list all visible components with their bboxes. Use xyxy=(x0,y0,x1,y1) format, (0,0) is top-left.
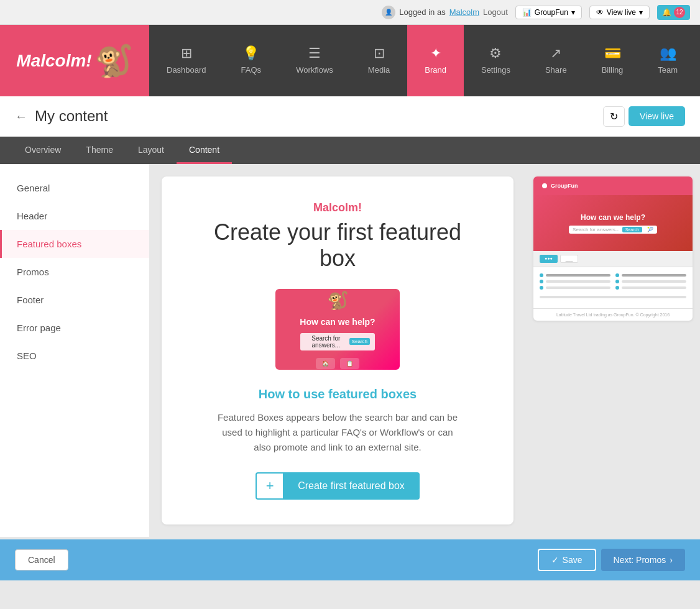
preview-hero-wrap: How can we help? Search for answers... S… xyxy=(533,195,693,251)
nav-item-workflows[interactable]: ☰ Workflows xyxy=(279,25,351,96)
nav-item-dashboard[interactable]: ⊞ Dashboard xyxy=(149,25,224,96)
nav-item-media[interactable]: ⊡ Media xyxy=(351,25,407,96)
preview-footer-text: Latitude Travel Ltd trading as GroupFun.… xyxy=(556,313,670,317)
right-panel: GroupFun How can we help? Search for ans… xyxy=(526,164,700,537)
page-title: My content xyxy=(35,108,108,125)
avatar: 👤 xyxy=(382,6,395,19)
save-button[interactable]: ✓ Save xyxy=(538,549,596,571)
chevron-right-icon: › xyxy=(670,555,673,565)
sidebar-item-promos[interactable]: Promos xyxy=(0,258,149,286)
logo-text: Malcolm! xyxy=(16,51,91,71)
notification-badge: 12 xyxy=(674,7,685,18)
nav-item-brand[interactable]: ✦ Brand xyxy=(407,25,464,96)
user-name-link[interactable]: Malcolm xyxy=(449,7,479,17)
bottom-right: ✓ Save Next: Promos › xyxy=(538,549,685,571)
bell-icon: 🔔 xyxy=(662,8,671,17)
next-button[interactable]: Next: Promos › xyxy=(601,549,685,571)
nav-item-faqs[interactable]: 💡 FAQs xyxy=(224,25,279,96)
sub-nav-theme[interactable]: Theme xyxy=(73,137,126,164)
preview-tabs: ●●● ___ xyxy=(533,251,693,267)
media-icon: ⊡ xyxy=(374,45,385,62)
notifications-button[interactable]: 🔔 12 xyxy=(657,5,690,20)
view-live-icon-button[interactable]: ↻ xyxy=(603,106,625,127)
preview-tab-active: ●●● xyxy=(540,255,558,263)
preview-dot-2 xyxy=(540,280,543,283)
preview-dot-4 xyxy=(615,273,619,277)
image-search-bar: Search for answers... Search xyxy=(300,333,375,350)
view-live-top-button[interactable]: 👁 View live ▾ xyxy=(589,6,650,19)
sidebar-item-featured-boxes[interactable]: Featured boxes xyxy=(0,230,149,258)
nav-label-share: Share xyxy=(545,65,567,75)
cancel-button[interactable]: Cancel xyxy=(15,549,68,570)
nav-label-billing: Billing xyxy=(602,65,624,75)
sidebar-item-general[interactable]: General xyxy=(0,174,149,202)
image-search-btn: Search xyxy=(349,338,370,345)
create-featured-box-button[interactable]: Create first featured box xyxy=(283,472,420,500)
nav-item-share[interactable]: ↗ Share xyxy=(528,25,584,96)
header-right: ↻ View live xyxy=(603,106,685,127)
back-button[interactable]: ← xyxy=(15,109,27,124)
preview-line-3 xyxy=(546,286,610,289)
preview-line-6 xyxy=(622,286,686,289)
preview-item-5 xyxy=(615,280,686,283)
nav-item-billing[interactable]: 💳 Billing xyxy=(584,25,641,96)
logged-in-label: Logged in as xyxy=(399,7,445,17)
nav-label-team: Team xyxy=(658,65,678,75)
preview-footer: Latitude Travel Ltd trading as GroupFun.… xyxy=(533,308,693,321)
sidebar-item-header[interactable]: Header xyxy=(0,202,149,230)
preview-line-1 xyxy=(546,274,610,277)
eye-icon: 👁 xyxy=(596,8,604,17)
featured-card: Malcolm! Create your first featured box … xyxy=(162,176,513,524)
preview-item-6 xyxy=(615,286,686,290)
sidebar-label-featured-boxes: Featured boxes xyxy=(17,239,81,249)
view-live-label: View live xyxy=(640,111,674,121)
logout-button[interactable]: Logout xyxy=(483,7,508,17)
image-search-placeholder: Search for answers... xyxy=(305,335,347,349)
image-inner: 🐒 How can we help? Search for answers...… xyxy=(275,289,400,370)
sub-nav-overview[interactable]: Overview xyxy=(12,137,73,164)
groupfun-icon: 📊 xyxy=(522,8,532,17)
refresh-icon: ↻ xyxy=(610,111,618,122)
share-icon: ↗ xyxy=(550,45,561,62)
nav-label-brand: Brand xyxy=(425,65,446,75)
plus-icon[interactable]: + xyxy=(256,472,283,500)
preview-dot-6 xyxy=(615,286,619,290)
view-live-top-label: View live xyxy=(607,8,636,17)
featured-image: 🐒 How can we help? Search for answers...… xyxy=(275,289,400,370)
nav-item-settings[interactable]: ⚙ Settings xyxy=(464,25,528,96)
featured-card-title: Create your first featured box xyxy=(199,219,476,272)
nav-label-media: Media xyxy=(368,65,390,75)
sidebar-item-footer[interactable]: Footer xyxy=(0,286,149,314)
sub-nav-layout-label: Layout xyxy=(138,145,164,155)
featured-how-to-title: How to use featured boxes xyxy=(259,387,417,401)
content-header: ← My content ↻ View live xyxy=(0,96,700,137)
preview-item-2 xyxy=(540,280,610,283)
preview-body xyxy=(533,267,693,308)
sidebar-item-seo[interactable]: SEO xyxy=(0,342,149,370)
workflows-icon: ☰ xyxy=(308,45,321,62)
sidebar: General Header Featured boxes Promos Foo… xyxy=(0,164,149,537)
preview-col-left xyxy=(540,273,610,292)
user-info: 👤 Logged in as Malcolm Logout xyxy=(382,6,508,19)
nav-item-team[interactable]: 👥 Team xyxy=(640,25,695,96)
preview-item-1 xyxy=(540,273,610,277)
sidebar-item-error-page[interactable]: Error page xyxy=(0,314,149,342)
preview-dot-1 xyxy=(540,273,543,277)
preview-item-4 xyxy=(615,273,686,277)
chevron-down-icon: ▾ xyxy=(571,8,575,17)
sub-nav-overview-label: Overview xyxy=(25,145,61,155)
sidebar-label-error-page: Error page xyxy=(17,323,61,333)
groupfun-button[interactable]: 📊 GroupFun ▾ xyxy=(515,6,582,19)
next-label: Next: Promos xyxy=(614,555,666,565)
preview-logo-text: GroupFun xyxy=(551,183,578,189)
sidebar-label-general: General xyxy=(17,183,50,193)
preview-item-3 xyxy=(540,286,610,290)
sub-nav-content[interactable]: Content xyxy=(177,137,232,164)
center-panel: Malcolm! Create your first featured box … xyxy=(149,164,526,537)
view-live-button[interactable]: View live xyxy=(629,106,685,126)
faqs-icon: 💡 xyxy=(242,45,259,62)
sub-nav-layout[interactable]: Layout xyxy=(126,137,177,164)
preview-search-btn: Search xyxy=(622,227,642,232)
brand-icon: ✦ xyxy=(430,45,441,62)
image-hero-text: How can we help? xyxy=(293,313,381,331)
